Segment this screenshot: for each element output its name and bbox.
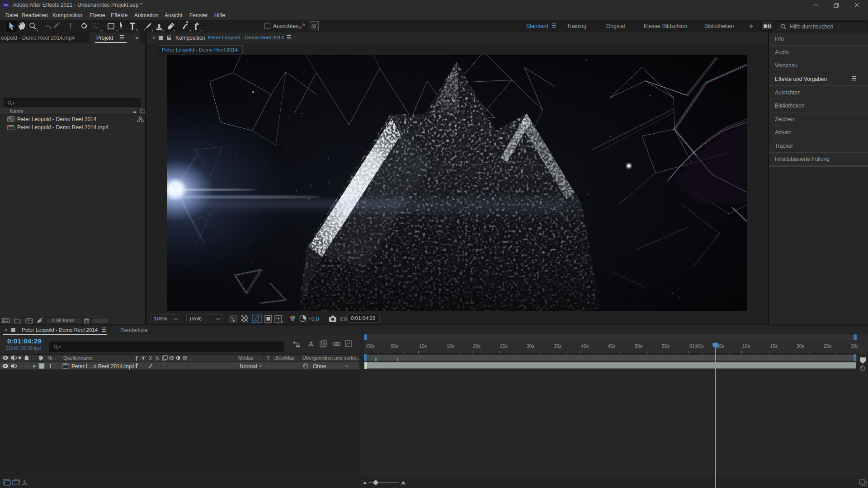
svg-text:T: T [267,355,270,361]
svg-text:.BewMas: .BewMas [274,355,295,361]
svg-text:Peter L...o Reel 2014.mp4: Peter L...o Reel 2014.mp4 [71,363,135,370]
svg-text:Ohne: Ohne [313,363,326,370]
svg-text:Nr.: Nr. [47,355,54,361]
svg-text:Quellenname: Quellenname [63,355,93,361]
svg-text:fx: fx [156,355,159,361]
svg-text:Modus: Modus [238,355,254,361]
svg-text:8-Bit-Kanal: 8-Bit-Kanal [52,318,74,323]
svg-text:1: 1 [49,363,52,370]
svg-text:Normal: Normal [240,363,257,370]
svg-text:Übergeordnet und verkn...: Übergeordnet und verkn... [302,355,359,361]
svg-text:+0,0: +0,0 [308,316,319,322]
